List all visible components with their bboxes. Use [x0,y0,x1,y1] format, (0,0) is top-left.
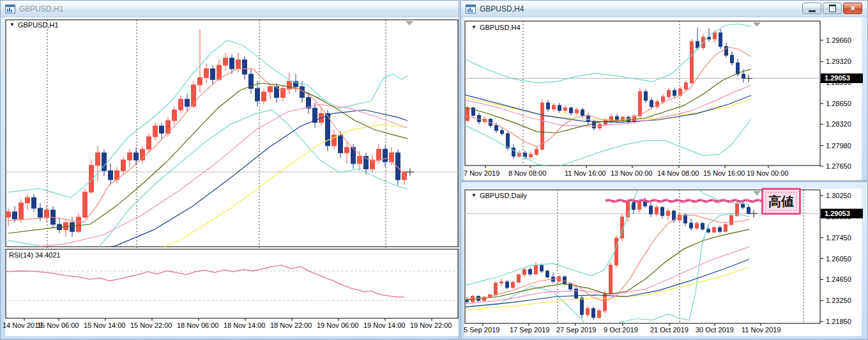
daily-chart-body [464,189,862,336]
close-button[interactable]: ✕ [843,3,862,14]
minimize-icon [809,5,816,12]
chart-window-icon [466,4,476,13]
chart-window-icon [5,4,15,13]
h1-chart-body [5,17,459,336]
h4-chart-body [464,17,862,180]
h4-window-title: GBPUSD,H4 [480,4,524,13]
h1-chart-label[interactable]: ▼ GBPUSD,H1 [10,21,59,29]
mt4-workspace: 14 Nov 201915 Nov 06:0015 Nov 14:0015 No… [0,0,868,340]
chart-window-gbpusd-daily: 1.302501.288501.274501.260501.246501.232… [461,182,868,340]
rsi-indicator-label: RSI(14) 34.4021 [9,251,61,259]
daily-chart-label[interactable]: ▼ GBPUSD,Daily [471,192,527,199]
h4-titlebar[interactable]: GBPUSD,H4 ✕ [461,1,867,17]
restore-icon [829,4,836,12]
h1-window-title: GBPUSD,H1 [19,4,63,13]
minimize-button[interactable] [802,3,821,14]
close-icon: ✕ [849,4,855,13]
takane-annotation-text: 高値 [768,193,794,210]
chart-window-gbpusd-h4: 1.296601.293201.289901.286501.283201.279… [461,0,868,181]
restore-button[interactable] [823,3,842,14]
chevron-down-icon: ▼ [10,22,15,27]
chevron-down-icon: ▼ [471,193,476,198]
h1-titlebar[interactable]: GBPUSD,H1 [1,1,459,17]
h4-chart-label[interactable]: ▼ GBPUSD,H4 [471,24,521,31]
takane-annotation[interactable]: 高値 [761,188,801,215]
chart-window-gbpusd-h1: 14 Nov 201915 Nov 06:0015 Nov 14:0015 No… [0,0,459,340]
chevron-down-icon: ▼ [471,25,476,30]
